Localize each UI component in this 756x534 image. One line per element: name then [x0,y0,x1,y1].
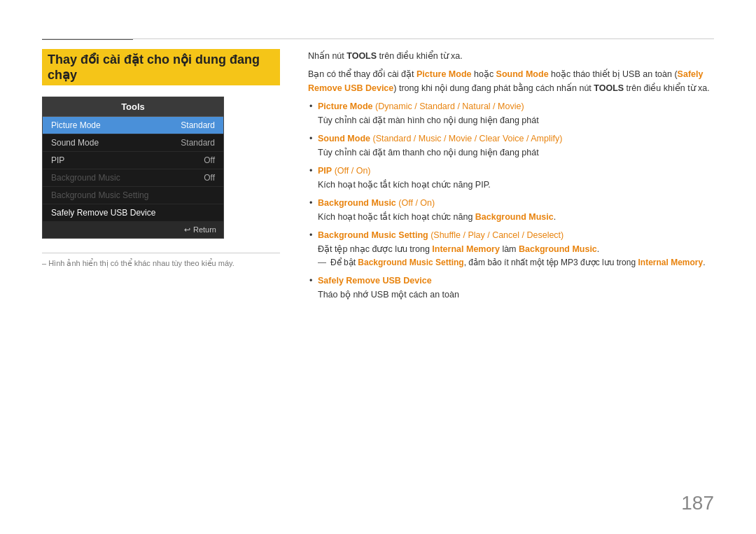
tools-item-label: Background Music [51,173,120,183]
tools-footer: ↩ Return [43,222,223,238]
return-icon: ↩ [184,225,190,234]
page-number: 187 [681,492,714,514]
tools-item-sound-mode[interactable]: Sound Mode Standard [43,134,223,152]
tools-item-label: Background Music Setting [51,190,148,200]
page-container: Thay đổi cài đặt cho nội dung đang chạy … [0,0,756,534]
sound-mode-ref: Sound Mode [496,69,549,79]
tools-menu: Tools Picture Mode Standard Sound Mode S… [42,97,224,239]
left-column: Thay đổi cài đặt cho nội dung đang chạy … [42,49,280,306]
bgm-inline: Background Music [475,212,554,222]
tools-item-value: Standard [181,138,215,148]
tools-menu-title: Tools [43,97,223,117]
tools-item-label: Sound Mode [51,138,99,148]
tools-item-value: Standard [181,120,215,130]
sm-desc: Tùy chỉnh cài đặt âm thanh cho nội dung … [318,148,539,157]
top-line [42,38,714,39]
bullet-bg-music: Background Music (Off / On) Kích hoạt ho… [308,196,714,224]
tools-item-value: Off [204,155,215,165]
intro-line-2: Bạn có thể thay đổi cài đặt Picture Mode… [308,67,714,95]
internal-memory-ref: Internal Memory [432,244,500,254]
bullet-bg-music-setting: Background Music Setting (Shuffle / Play… [308,228,714,269]
tools-item-pip[interactable]: PIP Off [43,152,223,169]
right-column: Nhấn nút TOOLS trên điều khiển từ xa. Bạ… [308,49,714,306]
pip-desc: Kích hoạt hoặc tắt kích hoạt chức năng P… [318,180,491,190]
pm-label: Picture Mode [318,101,373,111]
bms-sub-ref: Background Music Setting [358,258,463,267]
bgm-label: Background Music [318,198,396,208]
footnote: – Hình ảnh hiển thị có thể khác nhau tùy… [42,253,280,268]
sub-note: Để bật Background Music Setting, đảm bảo… [318,256,714,269]
tools-item-value: Off [204,173,215,183]
pm-options: (Dynamic / Standard / Natural / Movie) [373,101,524,111]
im-sub-ref: Internal Memory [638,258,703,267]
tools-item-safely-remove[interactable]: Safely Remove USB Device [43,204,223,222]
picture-mode-ref: Picture Mode [416,69,472,79]
feature-list: Picture Mode (Dynamic / Standard / Natur… [308,99,714,302]
tools-keyword-1: TOOLS [346,51,377,61]
bgm-desc: Kích hoạt hoặc tắt kích hoạt chức năng B… [318,212,556,222]
bms-label: Background Music Setting [318,230,428,240]
bullet-pip: PIP (Off / On) Kích hoạt hoặc tắt kích h… [308,164,714,192]
bgm-options: (Off / On) [396,198,435,208]
tools-item-picture-mode[interactable]: Picture Mode Standard [43,117,223,134]
sm-options: (Standard / Music / Movie / Clear Voice … [370,134,562,143]
content-area: Thay đổi cài đặt cho nội dung đang chạy … [42,49,714,306]
bullet-sound-mode: Sound Mode (Standard / Music / Movie / C… [308,132,714,160]
sr-desc: Tháo bộ nhớ USB một cách an toàn [318,290,459,300]
pip-label: PIP [318,166,332,176]
intro-line-1: Nhấn nút TOOLS trên điều khiển từ xa. [308,49,714,63]
pip-options: (Off / On) [332,166,370,176]
sr-label: Safely Remove USB Device [318,276,432,286]
bullet-safely-remove: Safely Remove USB Device Tháo bộ nhớ USB… [308,274,714,302]
bgm-ref2: Background Music [519,244,597,254]
bms-desc: Đặt tệp nhạc được lưu trong Internal Mem… [318,244,599,254]
tools-item-bg-music-setting[interactable]: Background Music Setting [43,187,223,204]
tools-item-label: PIP [51,155,64,165]
bms-options: (Shuffle / Play / Cancel / Deselect) [428,230,564,240]
tools-item-label: Safely Remove USB Device [51,208,155,218]
tools-item-label: Picture Mode [51,120,101,130]
sm-label: Sound Mode [318,134,370,143]
pm-desc: Tùy chỉnh cài đặt màn hình cho nội dung … [318,115,539,125]
return-label: Return [193,225,216,234]
tools-keyword-2: TOOLS [594,83,624,93]
bullet-picture-mode: Picture Mode (Dynamic / Standard / Natur… [308,99,714,127]
tools-item-bg-music[interactable]: Background Music Off [43,169,223,187]
section-title: Thay đổi cài đặt cho nội dung đang chạy [42,49,280,85]
